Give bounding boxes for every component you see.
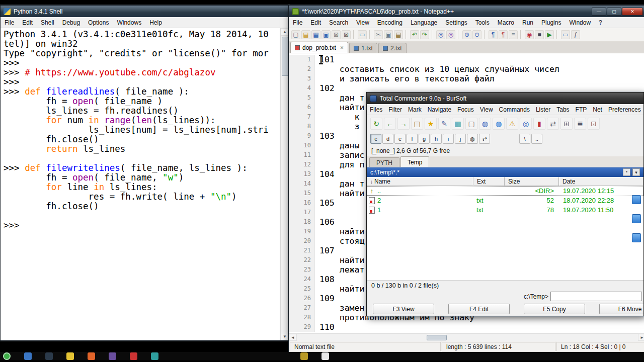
edit-icon[interactable]: ✎ — [438, 118, 450, 130]
python-menu-debug[interactable]: Debug — [58, 18, 84, 28]
taskbar-app-4[interactable] — [88, 352, 95, 360]
python-vertical-scrollbar[interactable]: ▲ ▼ — [280, 28, 289, 340]
doc-monitor-icon[interactable]: ▭ — [561, 30, 570, 39]
chart-icon[interactable]: ▥ — [452, 118, 464, 130]
indent-guide-icon[interactable]: ≡ — [509, 30, 518, 39]
back-icon[interactable]: ← — [384, 118, 396, 130]
drive-button-i[interactable]: i — [443, 134, 454, 144]
scroll-right-arrow-icon[interactable]: ► — [638, 334, 644, 341]
undo-icon[interactable]: ↶ — [410, 30, 419, 39]
filter-all-button[interactable]: * — [623, 168, 630, 176]
tab-close-icon[interactable]: ✕ — [340, 45, 344, 50]
drive-button-c[interactable]: c — [370, 134, 381, 144]
fkey-button-f4[interactable]: F4 Edit — [448, 304, 510, 314]
cut-icon[interactable]: ✂ — [374, 30, 383, 39]
taskbar-app-3[interactable] — [66, 352, 74, 360]
taskbar-app-2[interactable] — [45, 352, 53, 360]
file-row[interactable]: 2txt5218.07.2020 22:28 — [367, 196, 643, 205]
minimize-button[interactable]: — — [592, 8, 606, 16]
blue-icon[interactable] — [632, 233, 641, 242]
file-row[interactable]: ↑..<DIR>19.07.2020 12:15 — [367, 186, 643, 196]
column-header-name[interactable]: ↓Name — [367, 177, 473, 186]
tc-menu-lister[interactable]: Lister — [533, 105, 553, 114]
save-all-icon[interactable]: ▣ — [321, 30, 331, 39]
tc-menu-net[interactable]: Net — [590, 105, 605, 114]
taskbar-app-1[interactable] — [24, 352, 32, 360]
forward-icon[interactable]: → — [397, 118, 410, 130]
tab-dop-prob-txt[interactable]: dop_prob.txt✕ — [290, 42, 348, 53]
start-orb[interactable] — [3, 352, 11, 360]
line-text[interactable]: 101 — [315, 55, 644, 64]
search-icon[interactable]: ◎ — [520, 118, 532, 130]
notepad-menu-settings[interactable]: Settings — [441, 18, 471, 28]
drive-button-e[interactable]: e — [394, 134, 406, 144]
drive-button-j[interactable]: j — [455, 134, 466, 144]
tc-menu-preferences[interactable]: Preferences — [605, 105, 643, 114]
tab-1-txt[interactable]: 1.txt — [349, 43, 377, 53]
python-shell-output[interactable]: Python 3.4.1 (v3.4.1:c0e311e010fc, May 1… — [1, 28, 280, 340]
globe2-icon[interactable]: ◍ — [493, 118, 505, 130]
notepad-menu-window[interactable]: Window — [565, 18, 595, 28]
warning-icon[interactable]: ⚠ — [506, 118, 518, 130]
notepad-menu-item[interactable]: ? — [595, 18, 606, 28]
scroll-left-arrow-icon[interactable]: ◄ — [289, 334, 297, 341]
function-list-icon[interactable]: ƒ — [571, 30, 580, 39]
calc-icon[interactable]: ⊡ — [588, 118, 600, 130]
column-header-size[interactable]: Size — [505, 177, 559, 186]
notepad-menu-tools[interactable]: Tools — [471, 18, 494, 28]
tc-file-list[interactable]: ↑..<DIR>19.07.2020 12:152txt5218.07.2020… — [367, 186, 643, 280]
notepad-menu-language[interactable]: Language — [407, 18, 441, 28]
zoom-out-icon[interactable]: ⊖ — [472, 30, 481, 39]
path-dropdown-icon[interactable]: ▾ — [632, 168, 640, 176]
notepad-menu-encoding[interactable]: Encoding — [373, 18, 407, 28]
print-icon[interactable]: ▭ — [358, 30, 367, 39]
tc-menu-filter[interactable]: Filter — [385, 105, 405, 114]
open-folder-icon[interactable]: ▤ — [301, 30, 310, 39]
new-file-icon[interactable]: ▢ — [291, 30, 300, 39]
maximize-button[interactable]: ▢ — [607, 8, 621, 16]
tc-menu-commands[interactable]: Commands — [496, 105, 533, 114]
tray-icon-2[interactable] — [321, 352, 329, 360]
zoom-in-icon[interactable]: ⊕ — [462, 30, 471, 39]
refresh-icon[interactable]: ↻ — [370, 118, 382, 130]
tc-path-bar[interactable]: c:\Temp\*.* *▾ — [367, 167, 643, 177]
list-icon[interactable]: ≣ — [574, 118, 586, 130]
python-titlebar[interactable]: Python 3.4.1 Shell — [1, 6, 289, 17]
tc-menu-files[interactable]: Files — [367, 105, 385, 114]
drive-button-f[interactable]: f — [407, 134, 418, 144]
drive-up-button[interactable]: .. — [531, 134, 542, 144]
notepad-menu-plugins[interactable]: Plugins — [537, 18, 565, 28]
blue-icon[interactable] — [632, 195, 641, 204]
notepad-hscroll-thumb[interactable] — [427, 335, 447, 340]
python-menu-edit[interactable]: Edit — [18, 18, 37, 28]
scroll-down-arrow-icon[interactable]: ▼ — [281, 333, 289, 340]
transfer-icon[interactable]: ⇄ — [547, 118, 559, 130]
stop-icon[interactable]: ▮ — [533, 118, 545, 130]
close-button[interactable]: ✕ — [622, 8, 643, 16]
redo-icon[interactable]: ↷ — [420, 30, 429, 39]
tc-menu-ftp[interactable]: FTP — [573, 105, 590, 114]
python-menu-help[interactable]: Help — [145, 18, 166, 28]
command-line-input[interactable] — [550, 292, 642, 301]
notepad-menu-search[interactable]: Search — [325, 18, 352, 28]
blue-icon[interactable] — [632, 214, 641, 223]
tc-menu-focus[interactable]: Focus — [454, 105, 477, 114]
tab-2-txt[interactable]: 2.txt — [378, 43, 407, 53]
tray-icon-1[interactable] — [300, 352, 308, 360]
tc-menu-mark[interactable]: Mark — [405, 105, 425, 114]
line-text[interactable]: составить список из 10 целых случайных ч… — [315, 64, 644, 74]
record-macro-icon[interactable]: ◉ — [525, 30, 534, 39]
notepad-menu-run[interactable]: Run — [518, 18, 537, 28]
python-menu-windows[interactable]: Windows — [113, 18, 145, 28]
notepad-menu-view[interactable]: View — [352, 18, 373, 28]
line-text[interactable]: 110 — [315, 322, 644, 332]
taskbar-app-7[interactable] — [151, 352, 158, 360]
notepad-horizontal-scrollbar[interactable]: ◄ ► — [289, 333, 644, 341]
new-doc-icon[interactable]: ▢ — [465, 118, 477, 130]
drive-icon-button-2[interactable]: ⇄ — [479, 134, 490, 144]
notepad-menu-edit[interactable]: Edit — [306, 18, 325, 28]
python-menu-options[interactable]: Options — [84, 18, 113, 28]
close-all-icon[interactable]: ⊠ — [342, 30, 351, 39]
fkey-button-f3[interactable]: F3 View — [373, 304, 434, 314]
scroll-up-arrow-icon[interactable]: ▲ — [281, 28, 289, 36]
